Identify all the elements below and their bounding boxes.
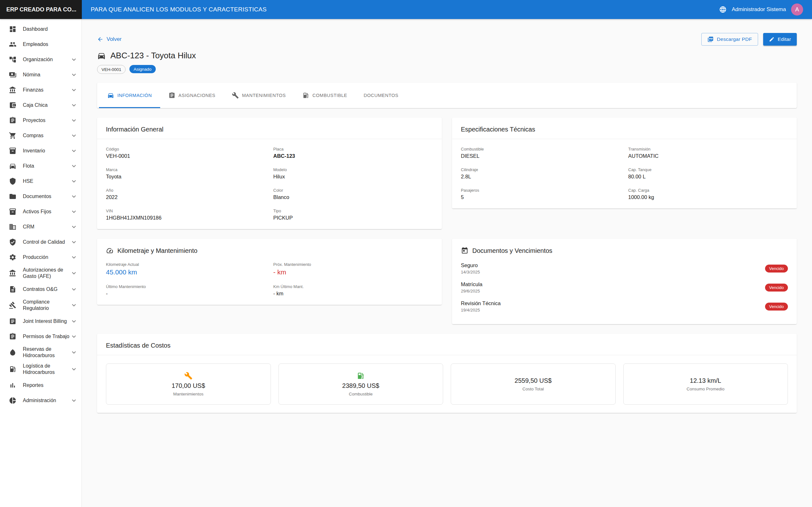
toolbar-row: Volver Descargar PDF Editar — [97, 33, 797, 46]
sidebar-item-dashboard[interactable]: Dashboard — [0, 21, 82, 37]
box-icon — [9, 208, 16, 216]
sidebar-item-crm[interactable]: CRM — [0, 219, 82, 234]
field-label: Transmisión — [628, 147, 788, 152]
tab-label: COMBUSTIBLE — [312, 93, 347, 98]
info-general-card: Información General CódigoVEH-0001PlacaA… — [97, 118, 442, 229]
field-value: AUTOMATIC — [628, 153, 788, 159]
stat-label: Consumo Promedio — [687, 387, 724, 391]
field-label: Cilindraje — [461, 167, 621, 172]
field-label: Combustible — [461, 147, 621, 152]
download-pdf-button[interactable]: Descargar PDF — [701, 33, 758, 46]
sidebar-item-reportes[interactable]: Reportes — [0, 378, 82, 393]
sidebar-item-empleados[interactable]: Empleados — [0, 37, 82, 52]
sidebar-item-logistica-de-hidrocarburos[interactable]: Logística de Hidrocarburos — [0, 361, 82, 378]
sidebar-item-compras[interactable]: Compras — [0, 128, 82, 143]
field-value: ABC-123 — [273, 153, 433, 159]
field-label: Tipo — [273, 209, 433, 213]
pencil-icon — [769, 37, 774, 42]
sidebar-item-reservas-de-hidrocarburos[interactable]: Reservas de Hidrocarburos — [0, 344, 82, 361]
sidebar-item-finanzas[interactable]: Finanzas — [0, 82, 82, 98]
sidebar-item-label: CRM — [16, 224, 70, 230]
field-value: - km — [273, 291, 433, 297]
verified-icon — [9, 238, 16, 246]
sidebar-item-autorizaciones-de-gasto-afe[interactable]: Autorizaciones de Gasto (AFE) — [0, 265, 82, 282]
app-logo-text: ERP CREADO PARA CO... — [6, 6, 77, 13]
field-value: - — [106, 291, 266, 297]
sidebar-item-contratos-o-g[interactable]: Contratos O&G — [0, 282, 82, 297]
sidebar-item-permisos-de-trabajo[interactable]: Permisos de Trabajo — [0, 329, 82, 344]
tab-informacion[interactable]: INFORMACIÓN — [99, 83, 160, 108]
field-ano: Año2022 — [106, 188, 266, 200]
field-marca: MarcaToyota — [106, 167, 266, 180]
wrench-icon — [232, 92, 239, 99]
tab-label: MANTENIMIENTOS — [242, 93, 286, 98]
sidebar-item-proyectos[interactable]: Proyectos — [0, 113, 82, 128]
sidebar-item-joint-interest-billing[interactable]: Joint Interest Billing — [0, 314, 82, 329]
document-info: Matrícula29/6/2025 — [461, 281, 483, 293]
field-value: Toyota — [106, 174, 266, 180]
chevron-down-icon — [70, 349, 78, 356]
sidebar-item-control-de-calidad[interactable]: Control de Calidad — [0, 234, 82, 250]
tab-label: DOCUMENTOS — [363, 93, 398, 98]
arrow-left-icon — [97, 36, 103, 43]
sidebar-item-administracion[interactable]: Administración — [0, 393, 82, 408]
tab-mantenimientos[interactable]: MANTENIMIENTOS — [223, 83, 294, 108]
stat-value: 170,00 US$ — [171, 382, 205, 389]
sidebar-item-inventario[interactable]: Inventario — [0, 143, 82, 158]
edit-button[interactable]: Editar — [763, 33, 797, 46]
field-modelo: ModeloHilux — [273, 167, 433, 180]
folder-icon — [9, 193, 16, 200]
sidebar-item-hse[interactable]: HSE — [0, 174, 82, 189]
sidebar-item-flota[interactable]: Flota — [0, 158, 82, 174]
field-color: ColorBlanco — [273, 188, 433, 200]
page-title: ABC-123 - Toyota Hilux — [110, 51, 196, 60]
car-icon — [107, 92, 114, 99]
status-chip: Asignado — [130, 65, 155, 73]
document-name: Revisión Técnica — [461, 300, 501, 306]
stat-value: 12.13 km/L — [690, 377, 721, 384]
app-shell: DashboardEmpleadosOrganizaciónNóminaFina… — [0, 19, 812, 507]
mileage-title-text: Kilometraje y Mantenimiento — [117, 247, 197, 255]
sidebar-item-label: HSE — [16, 178, 70, 184]
sidebar-item-label: Logística de Hidrocarburos — [16, 363, 70, 376]
field-placa: PlacaABC-123 — [273, 147, 433, 159]
back-link[interactable]: Volver — [97, 36, 121, 43]
divider — [452, 139, 797, 139]
sidebar-item-label: Flota — [16, 163, 70, 169]
status-badge: Vencido — [765, 284, 788, 291]
field-label: Marca — [106, 167, 266, 172]
document-info: Revisión Técnica19/4/2025 — [461, 300, 501, 313]
sidebar-item-organizacion[interactable]: Organización — [0, 52, 82, 67]
sidebar-item-produccion[interactable]: Producción — [0, 250, 82, 265]
tab-asignaciones[interactable]: ASIGNACIONES — [160, 83, 223, 108]
chevron-down-icon — [70, 365, 78, 373]
tabs-bar: INFORMACIÓNASIGNACIONESMANTENIMIENTOSCOM… — [97, 83, 797, 108]
sidebar-item-caja-chica[interactable]: Caja Chica — [0, 98, 82, 113]
avatar[interactable]: A — [791, 3, 803, 15]
org-tree-icon — [9, 56, 16, 63]
tab-combustible[interactable]: COMBUSTIBLE — [294, 83, 355, 108]
sidebar-item-nomina[interactable]: Nómina — [0, 67, 82, 82]
documents-list: Seguro14/3/2025VencidoMatrícula29/6/2025… — [461, 259, 788, 316]
chevron-down-icon — [70, 132, 78, 139]
gear-icon — [9, 253, 16, 261]
mileage-card: Kilometraje y Mantenimiento Kilometraje … — [97, 239, 442, 305]
tab-documentos[interactable]: DOCUMENTOS — [355, 83, 406, 108]
field-value: 80.00 L — [628, 174, 788, 180]
stat-label: Costo Total — [522, 387, 544, 391]
sidebar-item-compliance-regulatorio[interactable]: Compliance Regulatorio — [0, 297, 82, 314]
chevron-down-icon — [70, 56, 78, 63]
document-info: Seguro14/3/2025 — [461, 262, 480, 274]
globe-icon[interactable] — [719, 6, 727, 13]
cart-icon — [9, 132, 16, 139]
specs-title: Especificaciones Técnicas — [461, 126, 788, 133]
sidebar-item-documentos[interactable]: Documentos — [0, 189, 82, 204]
specs-fields: CombustibleDIESELTransmisiónAUTOMATICCil… — [461, 147, 788, 200]
specs-card: Especificaciones Técnicas CombustibleDIE… — [452, 118, 797, 209]
chevron-down-icon — [70, 333, 78, 340]
speedometer-icon — [106, 247, 113, 255]
field-label: Cap. Carga — [628, 188, 788, 193]
sidebar-item-activos-fijos[interactable]: Activos Fijos — [0, 204, 82, 219]
field-value: 2022 — [106, 194, 266, 200]
article-icon — [9, 318, 16, 325]
